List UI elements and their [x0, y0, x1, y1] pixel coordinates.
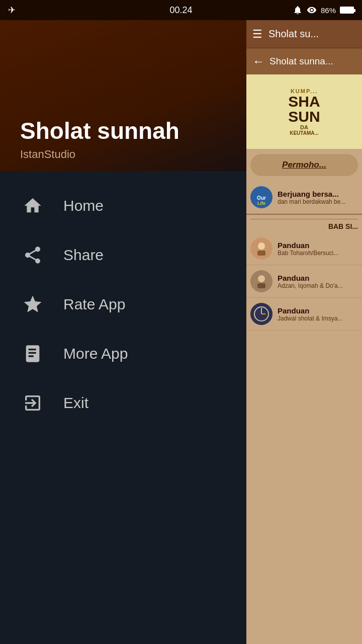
rp-list-item-panduan1[interactable]: Panduan Bab Toharoh/Bersuci...	[246, 232, 362, 265]
drawer-header: Sholat sunnah IstanStudio	[0, 20, 246, 171]
store-icon	[20, 341, 45, 366]
rp-book-cover: KUMP... SHASUN DA KEUTAMA...	[246, 74, 362, 149]
rp-backbar-title: Sholat sunna...	[269, 56, 333, 67]
status-bar: ✈ 00.24 86%	[0, 0, 362, 20]
rp-topbar: ☰ Sholat su...	[246, 20, 362, 48]
book-sha: SHASUN	[288, 94, 320, 124]
right-panel: ☰ Sholat su... ← Sholat sunna... KUMP...…	[246, 20, 362, 644]
rp-bab-text: BAB SI...	[250, 222, 358, 230]
rp-item-subtitle-panduan3: Jadwal sholat & Imsya...	[278, 315, 358, 322]
battery-percent: 86%	[321, 6, 336, 15]
main-area: Sholat sunnah IstanStudio Home	[0, 20, 362, 644]
svg-point-7	[258, 275, 265, 282]
nav-label-exit: Exit	[63, 394, 88, 412]
nav-item-share[interactable]: Share	[0, 230, 246, 280]
nav-label-more: More App	[63, 345, 128, 362]
svg-text:Our: Our	[257, 195, 266, 201]
rp-item-title-panduan3: Panduan	[278, 306, 358, 315]
eye-icon	[307, 5, 317, 15]
nav-label-home: Home	[63, 197, 104, 214]
status-right: 86%	[293, 5, 354, 15]
rp-item-title-panduan1: Panduan	[278, 241, 358, 250]
rp-item-text-berjuang: Berjuang bersa... dan mari berdakwah be.…	[278, 190, 358, 205]
airplane-icon: ✈	[8, 5, 16, 16]
bell-icon	[293, 5, 303, 15]
menu-icon: ☰	[252, 28, 262, 41]
rp-item-subtitle-berjuang: dan mari berdakwah be...	[278, 198, 358, 205]
nav-label-rate: Rate App	[63, 296, 125, 313]
svg-text:Life: Life	[257, 201, 265, 206]
status-left: ✈	[8, 5, 16, 16]
drawer: Sholat sunnah IstanStudio Home	[0, 20, 246, 644]
rp-item-title-berjuang: Berjuang bersa...	[278, 190, 358, 198]
nav-item-home[interactable]: Home	[0, 181, 246, 230]
book-da: DA	[300, 124, 308, 130]
avatar-panduan3	[250, 303, 273, 325]
rp-list-item-berjuang[interactable]: Our Life Berjuang bersa... dan mari berd…	[246, 181, 362, 214]
rp-item-title-panduan2: Panduan	[278, 274, 358, 282]
rp-item-subtitle-panduan2: Adzan, Iqomah & Do'a...	[278, 282, 358, 289]
rp-item-subtitle-panduan1: Bab Toharoh/Bersuci...	[278, 250, 358, 257]
nav-label-share: Share	[63, 247, 104, 264]
drawer-app-subtitle: IstanStudio	[20, 148, 226, 161]
rp-list-item-panduan3[interactable]: Panduan Jadwal sholat & Imsya...	[246, 298, 362, 331]
battery-icon	[340, 7, 354, 14]
avatar-berjuang: Our Life	[250, 186, 273, 208]
avatar-panduan2	[250, 270, 273, 292]
svg-rect-8	[257, 283, 265, 288]
drawer-app-title: Sholat sunnah	[20, 118, 226, 144]
home-icon	[20, 193, 45, 218]
rp-backbar[interactable]: ← Sholat sunna...	[246, 48, 362, 74]
nav-item-exit[interactable]: Exit	[0, 378, 246, 428]
book-keutama: KEUTAMA...	[290, 130, 319, 136]
rp-item-text-panduan3: Panduan Jadwal sholat & Imsya...	[278, 306, 358, 322]
rp-list-item-panduan2[interactable]: Panduan Adzan, Iqomah & Do'a...	[246, 265, 362, 298]
rp-permohonan-btn[interactable]: Permoho...	[250, 154, 358, 176]
avatar-panduan1	[250, 237, 273, 260]
rp-bab-section: BAB SI...	[246, 214, 362, 232]
nav-item-more[interactable]: More App	[0, 329, 246, 378]
star-icon	[20, 292, 45, 317]
rp-item-text-panduan1: Panduan Bab Toharoh/Bersuci...	[278, 241, 358, 257]
rp-permohonan-text: Permoho...	[282, 160, 326, 170]
exit-icon	[20, 390, 45, 416]
status-time: 00.24	[169, 5, 192, 16]
svg-point-4	[258, 243, 265, 250]
nav-list: Home Share Rate App	[0, 171, 246, 438]
share-icon	[20, 243, 45, 268]
svg-rect-5	[257, 251, 265, 256]
rp-item-text-panduan2: Panduan Adzan, Iqomah & Do'a...	[278, 274, 358, 289]
nav-item-rate[interactable]: Rate App	[0, 280, 246, 329]
back-arrow-icon: ←	[252, 54, 264, 68]
rp-topbar-title: Sholat su...	[268, 28, 319, 40]
